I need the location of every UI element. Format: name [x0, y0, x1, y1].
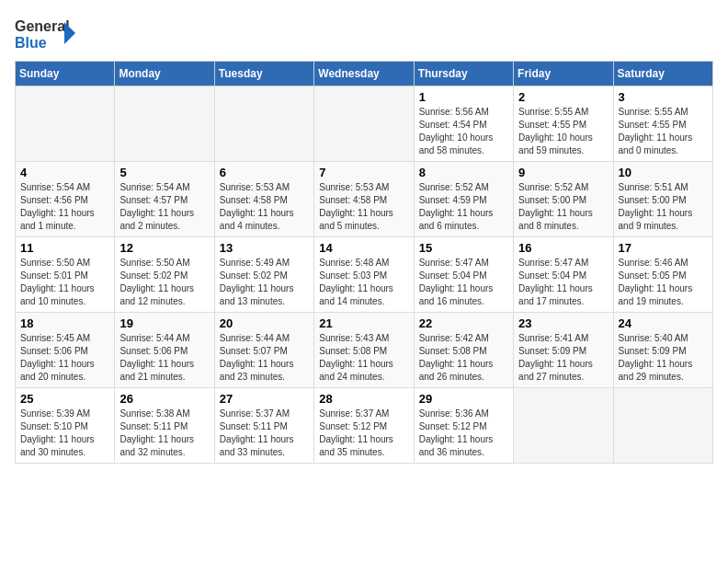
- day-info: Sunrise: 5:37 AM Sunset: 5:12 PM Dayligh…: [319, 408, 408, 459]
- day-info: Sunrise: 5:54 AM Sunset: 4:56 PM Dayligh…: [20, 181, 109, 233]
- day-number: 12: [119, 241, 209, 255]
- day-number: 1: [419, 90, 508, 104]
- day-number: 20: [220, 316, 309, 330]
- day-cell: 17Sunrise: 5:46 AM Sunset: 5:05 PM Dayli…: [613, 237, 712, 313]
- day-number: 3: [619, 90, 708, 104]
- day-cell: 14Sunrise: 5:48 AM Sunset: 5:03 PM Dayli…: [314, 237, 414, 313]
- day-number: 9: [518, 166, 608, 179]
- day-cell: 27Sunrise: 5:37 AM Sunset: 5:11 PM Dayli…: [214, 388, 313, 464]
- calendar-table: SundayMondayTuesdayWednesdayThursdayFrid…: [15, 61, 713, 464]
- day-cell: 1Sunrise: 5:56 AM Sunset: 4:54 PM Daylig…: [414, 86, 513, 162]
- day-number: 5: [119, 166, 209, 179]
- day-number: 7: [319, 166, 408, 179]
- day-cell: 2Sunrise: 5:55 AM Sunset: 4:55 PM Daylig…: [514, 86, 613, 162]
- day-cell: 9Sunrise: 5:52 AM Sunset: 5:00 PM Daylig…: [514, 162, 613, 237]
- day-info: Sunrise: 5:36 AM Sunset: 5:12 PM Dayligh…: [419, 408, 508, 459]
- day-cell: 29Sunrise: 5:36 AM Sunset: 5:12 PM Dayli…: [414, 388, 513, 464]
- day-info: Sunrise: 5:44 AM Sunset: 5:06 PM Dayligh…: [119, 332, 209, 384]
- day-info: Sunrise: 5:50 AM Sunset: 5:01 PM Dayligh…: [20, 257, 109, 308]
- day-info: Sunrise: 5:37 AM Sunset: 5:11 PM Dayligh…: [220, 408, 309, 459]
- header-cell-sunday: Sunday: [16, 62, 115, 86]
- day-cell: [214, 86, 313, 162]
- day-cell: [514, 388, 613, 464]
- svg-marker-2: [64, 22, 75, 44]
- day-number: 13: [220, 241, 309, 255]
- day-number: 19: [119, 316, 209, 330]
- day-number: 6: [220, 166, 309, 179]
- calendar-body: 1Sunrise: 5:56 AM Sunset: 4:54 PM Daylig…: [16, 86, 713, 464]
- day-cell: 21Sunrise: 5:43 AM Sunset: 5:08 PM Dayli…: [314, 313, 414, 388]
- day-info: Sunrise: 5:38 AM Sunset: 5:11 PM Dayligh…: [119, 408, 209, 459]
- day-cell: [16, 86, 115, 162]
- day-number: 15: [419, 241, 508, 255]
- day-info: Sunrise: 5:41 AM Sunset: 5:09 PM Dayligh…: [518, 332, 608, 384]
- header-cell-saturday: Saturday: [613, 62, 712, 86]
- day-number: 26: [119, 392, 209, 406]
- header-cell-tuesday: Tuesday: [214, 62, 313, 86]
- day-info: Sunrise: 5:51 AM Sunset: 5:00 PM Dayligh…: [619, 181, 708, 233]
- header-cell-wednesday: Wednesday: [314, 62, 414, 86]
- day-cell: 8Sunrise: 5:52 AM Sunset: 4:59 PM Daylig…: [414, 162, 513, 237]
- week-row-1: 4Sunrise: 5:54 AM Sunset: 4:56 PM Daylig…: [16, 162, 713, 237]
- day-info: Sunrise: 5:53 AM Sunset: 4:58 PM Dayligh…: [220, 181, 309, 233]
- header-cell-friday: Friday: [514, 62, 613, 86]
- calendar-header: SundayMondayTuesdayWednesdayThursdayFrid…: [16, 62, 713, 86]
- day-cell: 4Sunrise: 5:54 AM Sunset: 4:56 PM Daylig…: [16, 162, 115, 237]
- svg-text:General: General: [15, 18, 70, 34]
- day-cell: 12Sunrise: 5:50 AM Sunset: 5:02 PM Dayli…: [115, 237, 214, 313]
- day-info: Sunrise: 5:53 AM Sunset: 4:58 PM Dayligh…: [319, 181, 408, 233]
- day-cell: 6Sunrise: 5:53 AM Sunset: 4:58 PM Daylig…: [214, 162, 313, 237]
- day-cell: 13Sunrise: 5:49 AM Sunset: 5:02 PM Dayli…: [214, 237, 313, 313]
- day-cell: 28Sunrise: 5:37 AM Sunset: 5:12 PM Dayli…: [314, 388, 414, 464]
- day-info: Sunrise: 5:50 AM Sunset: 5:02 PM Dayligh…: [119, 257, 209, 308]
- day-cell: 20Sunrise: 5:44 AM Sunset: 5:07 PM Dayli…: [214, 313, 313, 388]
- day-info: Sunrise: 5:56 AM Sunset: 4:54 PM Dayligh…: [419, 106, 508, 157]
- day-number: 18: [20, 316, 109, 330]
- day-cell: 5Sunrise: 5:54 AM Sunset: 4:57 PM Daylig…: [115, 162, 214, 237]
- day-info: Sunrise: 5:48 AM Sunset: 5:03 PM Dayligh…: [319, 257, 408, 308]
- week-row-2: 11Sunrise: 5:50 AM Sunset: 5:01 PM Dayli…: [16, 237, 713, 313]
- day-cell: 10Sunrise: 5:51 AM Sunset: 5:00 PM Dayli…: [613, 162, 712, 237]
- header-cell-monday: Monday: [115, 62, 214, 86]
- day-number: 27: [220, 392, 309, 406]
- day-cell: 15Sunrise: 5:47 AM Sunset: 5:04 PM Dayli…: [414, 237, 513, 313]
- day-number: 21: [319, 316, 408, 330]
- svg-text:Blue: Blue: [15, 35, 47, 51]
- day-info: Sunrise: 5:49 AM Sunset: 5:02 PM Dayligh…: [220, 257, 309, 308]
- day-cell: 26Sunrise: 5:38 AM Sunset: 5:11 PM Dayli…: [115, 388, 214, 464]
- day-number: 25: [20, 392, 109, 406]
- day-info: Sunrise: 5:47 AM Sunset: 5:04 PM Dayligh…: [419, 257, 508, 308]
- day-number: 16: [518, 241, 608, 255]
- day-info: Sunrise: 5:40 AM Sunset: 5:09 PM Dayligh…: [619, 332, 708, 384]
- day-info: Sunrise: 5:47 AM Sunset: 5:04 PM Dayligh…: [518, 257, 608, 308]
- day-cell: [314, 86, 414, 162]
- day-cell: 16Sunrise: 5:47 AM Sunset: 5:04 PM Dayli…: [514, 237, 613, 313]
- day-info: Sunrise: 5:55 AM Sunset: 4:55 PM Dayligh…: [518, 106, 608, 157]
- day-number: 11: [20, 241, 109, 255]
- week-row-3: 18Sunrise: 5:45 AM Sunset: 5:06 PM Dayli…: [16, 313, 713, 388]
- day-info: Sunrise: 5:55 AM Sunset: 4:55 PM Dayligh…: [619, 106, 708, 157]
- day-cell: 23Sunrise: 5:41 AM Sunset: 5:09 PM Dayli…: [514, 313, 613, 388]
- day-info: Sunrise: 5:42 AM Sunset: 5:08 PM Dayligh…: [419, 332, 508, 384]
- day-cell: 25Sunrise: 5:39 AM Sunset: 5:10 PM Dayli…: [16, 388, 115, 464]
- day-number: 2: [518, 90, 608, 104]
- day-cell: 19Sunrise: 5:44 AM Sunset: 5:06 PM Dayli…: [115, 313, 214, 388]
- day-info: Sunrise: 5:52 AM Sunset: 4:59 PM Dayligh…: [419, 181, 508, 233]
- day-info: Sunrise: 5:39 AM Sunset: 5:10 PM Dayligh…: [20, 408, 109, 459]
- day-number: 24: [619, 316, 708, 330]
- day-info: Sunrise: 5:44 AM Sunset: 5:07 PM Dayligh…: [220, 332, 309, 384]
- day-number: 29: [419, 392, 508, 406]
- day-cell: 11Sunrise: 5:50 AM Sunset: 5:01 PM Dayli…: [16, 237, 115, 313]
- day-number: 23: [518, 316, 608, 330]
- header-cell-thursday: Thursday: [414, 62, 513, 86]
- day-cell: [613, 388, 712, 464]
- day-number: 17: [619, 241, 708, 255]
- day-number: 14: [319, 241, 408, 255]
- week-row-0: 1Sunrise: 5:56 AM Sunset: 4:54 PM Daylig…: [16, 86, 713, 162]
- day-info: Sunrise: 5:54 AM Sunset: 4:57 PM Dayligh…: [119, 181, 209, 233]
- header-row: SundayMondayTuesdayWednesdayThursdayFrid…: [16, 62, 713, 86]
- day-number: 28: [319, 392, 408, 406]
- day-cell: 7Sunrise: 5:53 AM Sunset: 4:58 PM Daylig…: [314, 162, 414, 237]
- logo-svg: GeneralBlue: [15, 15, 79, 52]
- day-info: Sunrise: 5:45 AM Sunset: 5:06 PM Dayligh…: [20, 332, 109, 384]
